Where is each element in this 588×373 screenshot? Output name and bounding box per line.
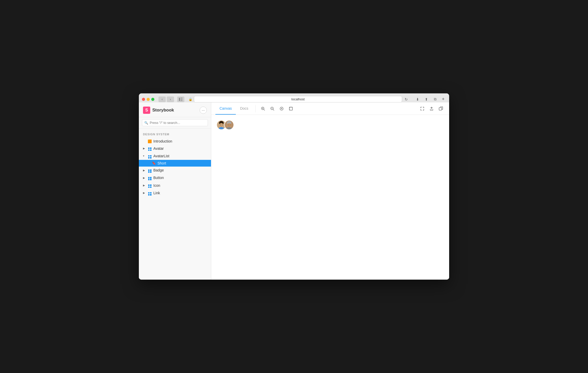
canvas-area — [211, 115, 449, 280]
svg-rect-13 — [289, 107, 292, 110]
sidebar-item-label: Short — [157, 161, 166, 165]
storybook-logo-text: Storybook — [152, 108, 174, 113]
sidebar-item-button[interactable]: ▶ Button — [139, 174, 211, 182]
expand-icon: ▶ — [143, 184, 146, 187]
toolbar-right — [418, 105, 445, 113]
sidebar-item-avatar[interactable]: ▶ Avatar — [139, 145, 211, 152]
zoom-reset-button[interactable] — [277, 105, 286, 113]
svg-rect-18 — [439, 108, 442, 110]
download-button[interactable]: ⬇ — [414, 96, 421, 102]
maximize-button[interactable] — [151, 98, 154, 101]
svg-point-22 — [220, 125, 221, 125]
expand-icon: ▶ — [143, 176, 146, 179]
browser-actions: ⬇ ⬆ ⧉ + — [414, 96, 446, 102]
traffic-lights — [142, 98, 154, 101]
zoom-out-button[interactable] — [268, 105, 276, 113]
browser-window: ‹ › 🔒 ↻ ⬇ ⬆ ⧉ — [139, 93, 449, 280]
expand-icon: ▶ — [143, 191, 146, 194]
more-options-button[interactable]: ··· — [200, 107, 207, 114]
forward-button[interactable]: › — [167, 96, 174, 102]
share-toolbar-button[interactable] — [427, 105, 436, 113]
tab-duplicate-button[interactable]: ⧉ — [432, 96, 439, 102]
svg-line-9 — [273, 109, 274, 110]
tab-canvas[interactable]: Canvas — [215, 103, 236, 115]
sidebar-item-label: Button — [153, 176, 164, 180]
svg-rect-1 — [180, 98, 183, 98]
nav-tree: DESIGN SYSTEM 🟧 Introduction ▶ Avatar — [139, 129, 211, 280]
svg-rect-3 — [180, 100, 183, 101]
component-icon — [148, 183, 152, 188]
minimize-button[interactable] — [147, 98, 150, 101]
nav-buttons: ‹ › — [159, 96, 174, 102]
main-content: Canvas Docs — [211, 102, 449, 280]
back-button[interactable]: ‹ — [159, 96, 166, 102]
sidebar-header: S Storybook ··· — [139, 102, 211, 117]
search-bar: 🔍 — [139, 117, 211, 129]
search-icon: 🔍 — [144, 121, 148, 125]
copy-link-button[interactable] — [437, 105, 445, 113]
component-icon — [148, 153, 152, 158]
sidebar-toggle-button[interactable] — [177, 96, 184, 102]
section-label: DESIGN SYSTEM — [139, 132, 211, 138]
tab-docs[interactable]: Docs — [236, 103, 252, 115]
new-tab-button[interactable]: + — [440, 96, 446, 102]
avatar-2 — [224, 120, 234, 130]
sidebar: S Storybook ··· 🔍 DESIGN SYSTEM 🟧 — [139, 102, 211, 280]
expand-icon: ▶ — [143, 147, 146, 150]
svg-line-5 — [264, 109, 265, 110]
avatar-list-preview — [216, 120, 444, 130]
svg-rect-0 — [179, 98, 180, 101]
component-icon — [148, 190, 152, 195]
expand-icon: ▾ — [143, 154, 146, 157]
reload-button[interactable]: ↻ — [404, 97, 409, 102]
measure-button[interactable] — [287, 105, 295, 113]
svg-point-28 — [228, 125, 229, 125]
fullscreen-button[interactable] — [418, 105, 426, 113]
avatar-image-2 — [225, 121, 233, 129]
share-button[interactable]: ⬆ — [423, 96, 430, 102]
component-icon — [148, 168, 152, 173]
sidebar-item-introduction[interactable]: 🟧 Introduction — [139, 138, 211, 145]
sidebar-item-label: Introduction — [153, 139, 172, 143]
browser-body: S Storybook ··· 🔍 DESIGN SYSTEM 🟧 — [139, 102, 449, 280]
toolbar: Canvas Docs — [211, 102, 449, 115]
storybook-logo: S Storybook — [143, 107, 174, 114]
sidebar-item-label: Icon — [153, 183, 160, 188]
lock-icon: 🔒 — [189, 98, 192, 101]
expand-icon: ▶ — [143, 169, 146, 172]
sidebar-item-avatarlist[interactable]: ▾ AvatarList — [139, 152, 211, 160]
sidebar-item-icon[interactable]: ▶ Icon — [139, 182, 211, 189]
zoom-in-button[interactable] — [259, 105, 267, 113]
svg-rect-2 — [180, 99, 183, 100]
sidebar-item-badge[interactable]: ▶ Badge — [139, 167, 211, 174]
browser-titlebar: ‹ › 🔒 ↻ ⬇ ⬆ ⧉ — [142, 96, 446, 102]
component-icon — [148, 175, 152, 180]
address-bar: 🔒 ↻ — [189, 96, 409, 102]
toolbar-divider — [255, 105, 256, 112]
storybook-logo-icon: S — [143, 107, 150, 114]
search-input-wrap: 🔍 — [142, 119, 208, 126]
toolbar-actions — [259, 105, 295, 113]
sidebar-item-label: Link — [153, 191, 160, 195]
sidebar-item-link[interactable]: ▶ Link — [139, 189, 211, 197]
component-icon — [148, 146, 152, 151]
doc-icon: 🟧 — [148, 139, 152, 143]
svg-point-12 — [281, 108, 282, 109]
sidebar-item-label: AvatarList — [153, 154, 169, 158]
search-input[interactable] — [150, 121, 206, 125]
close-button[interactable] — [142, 98, 145, 101]
svg-point-23 — [222, 125, 223, 125]
sidebar-item-short[interactable]: 🔖 Short — [139, 160, 211, 167]
story-icon: 🔖 — [152, 161, 156, 165]
browser-chrome: ‹ › 🔒 ↻ ⬇ ⬆ ⧉ — [139, 93, 449, 102]
sidebar-item-label: Avatar — [153, 146, 164, 151]
toolbar-tabs: Canvas Docs — [215, 103, 252, 115]
svg-point-29 — [230, 125, 230, 125]
sidebar-item-label: Badge — [153, 168, 164, 172]
url-input[interactable] — [194, 96, 402, 102]
